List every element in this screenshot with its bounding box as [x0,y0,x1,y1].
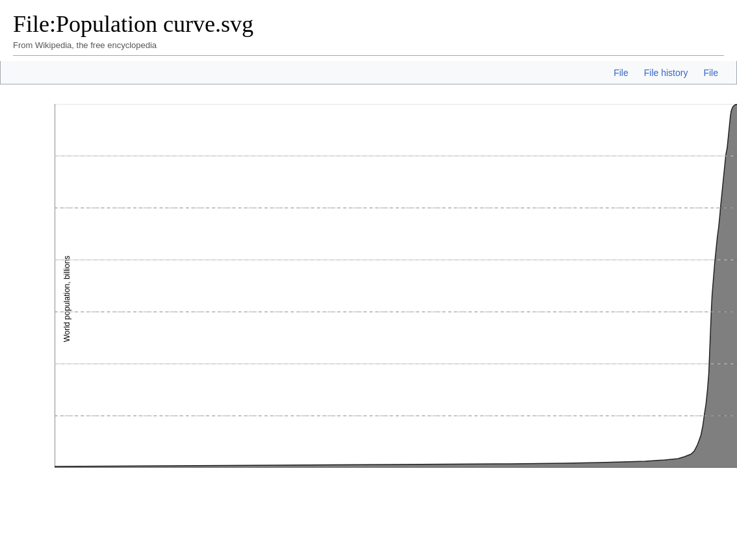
chart-inner: 7 6 5 4 3 2 1 0 10,000 BC 8000 6000 4000… [55,104,737,468]
tab-file[interactable]: File [606,62,636,83]
population-curve-line [55,105,737,467]
tab-file-links[interactable]: File [695,62,726,83]
page-subtitle: From Wikipedia, the free encyclopedia [13,40,724,56]
page-title: File:Population curve.svg [13,10,724,38]
chart-svg: 7 6 5 4 3 2 1 0 10,000 BC 8000 6000 4000… [55,104,737,468]
chart-area: World population, billions [29,97,737,500]
tab-file-history[interactable]: File history [636,62,696,83]
tabs-bar: File File history File [0,61,737,84]
population-curve-fill [55,105,737,468]
chart-container: World population, billions [0,84,737,513]
page-header: File:Population curve.svg From Wikipedia… [0,0,737,61]
